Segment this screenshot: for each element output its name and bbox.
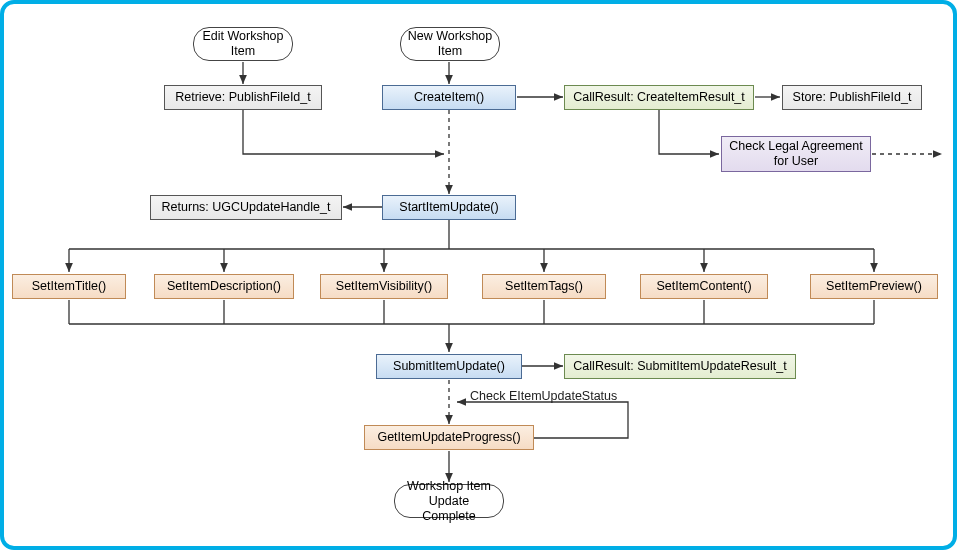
node-workshop-item-update-complete: Workshop ItemUpdate Complete bbox=[394, 484, 504, 518]
node-create-item: CreateItem() bbox=[382, 85, 516, 110]
node-setitemcontent: SetItemContent() bbox=[640, 274, 768, 299]
node-returns-ugcupdatehandle: Returns: UGCUpdateHandle_t bbox=[150, 195, 342, 220]
node-start-item-update: StartItemUpdate() bbox=[382, 195, 516, 220]
node-setitemvisibility: SetItemVisibility() bbox=[320, 274, 448, 299]
node-setitemdescription: SetItemDescription() bbox=[154, 274, 294, 299]
node-edit-workshop-item: Edit WorkshopItem bbox=[193, 27, 293, 61]
node-setitemtags: SetItemTags() bbox=[482, 274, 606, 299]
node-submit-item-update: SubmitItemUpdate() bbox=[376, 354, 522, 379]
node-retrieve-publishfileid: Retrieve: PublishFileId_t bbox=[164, 85, 322, 110]
node-callresult-submititemupdateresult: CallResult: SubmitItemUpdateResult_t bbox=[564, 354, 796, 379]
diagram-frame: Edit WorkshopItem New WorkshopItem Retri… bbox=[0, 0, 957, 550]
node-store-publishfileid: Store: PublishFileId_t bbox=[782, 85, 922, 110]
node-callresult-createitemresult: CallResult: CreateItemResult_t bbox=[564, 85, 754, 110]
node-setitempreview: SetItemPreview() bbox=[810, 274, 938, 299]
node-check-legal-agreement: Check Legal Agreementfor User bbox=[721, 136, 871, 172]
node-get-item-update-progress: GetItemUpdateProgress() bbox=[364, 425, 534, 450]
node-new-workshop-item: New WorkshopItem bbox=[400, 27, 500, 61]
node-setitemtitle: SetItemTitle() bbox=[12, 274, 126, 299]
label-check-eitemupdatestatus: Check EItemUpdateStatus bbox=[470, 389, 617, 403]
